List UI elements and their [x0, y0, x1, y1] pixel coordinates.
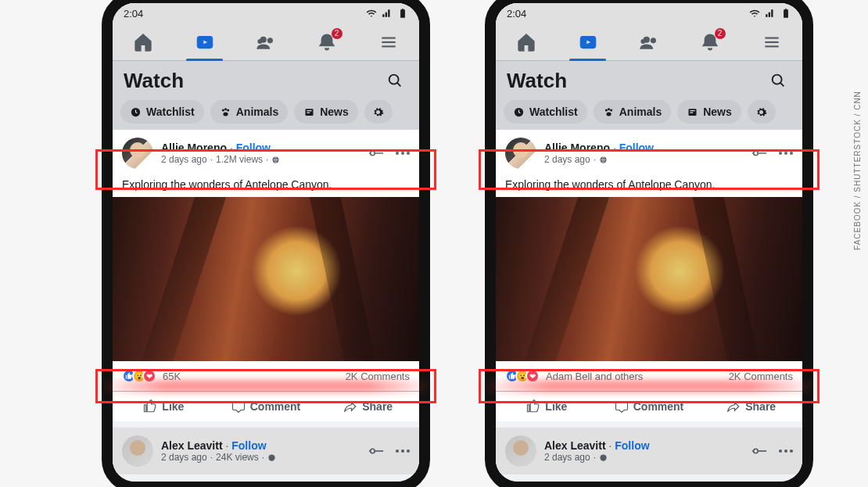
status-bar: 2:04: [496, 3, 802, 23]
tab-watch[interactable]: [557, 23, 618, 60]
chip-animals[interactable]: Animals: [210, 100, 288, 124]
clock-icon: [130, 106, 142, 118]
svg-point-18: [371, 151, 375, 156]
post-caption: Exploring the wonders of Antelope Canyon…: [113, 177, 419, 197]
tab-groups[interactable]: [235, 23, 296, 60]
svg-point-22: [371, 449, 375, 453]
gear-icon: [755, 106, 767, 118]
svg-line-8: [397, 83, 400, 86]
avatar[interactable]: [122, 435, 153, 467]
svg-point-12: [227, 109, 229, 111]
notification-badge: 2: [715, 28, 726, 39]
search-button[interactable]: [765, 67, 791, 94]
image-credit: FACEBOOK / SHUTTERSTOCK / CNN: [853, 0, 862, 250]
nav-tabs: 2: [496, 23, 802, 61]
chip-settings[interactable]: [364, 100, 393, 124]
tab-home[interactable]: [496, 23, 557, 60]
tab-groups[interactable]: [619, 23, 680, 60]
chip-label: Watchlist: [146, 106, 195, 118]
svg-rect-16: [307, 112, 310, 113]
svg-point-2: [268, 38, 272, 42]
post-time: 2 days ago: [161, 452, 207, 463]
battery-icon: [397, 8, 408, 19]
post-caption: Exploring the wonders of Antelope Canyon…: [496, 177, 802, 197]
reaction-bar[interactable]: 😮 ❤ 65K 2K Comments: [113, 361, 419, 391]
chip-animals[interactable]: Animals: [594, 100, 671, 124]
chip-settings[interactable]: [748, 100, 776, 124]
search-button[interactable]: [382, 67, 408, 94]
avatar[interactable]: [505, 138, 536, 169]
chip-watchlist[interactable]: Watchlist: [504, 100, 587, 124]
tab-menu[interactable]: [358, 23, 419, 60]
save-toggle-icon[interactable]: [751, 442, 768, 460]
tab-home[interactable]: [113, 23, 174, 60]
action-label: Comment: [250, 400, 301, 413]
post-card: Allie Moreno · Follow 2 days ago· 1.2M v…: [113, 130, 419, 421]
comment-button[interactable]: Comment: [215, 392, 317, 421]
avatar[interactable]: [505, 435, 536, 467]
signal-icon: [382, 8, 393, 19]
action-bar: Like Comment Share: [113, 391, 419, 421]
reaction-bar[interactable]: 😮 ❤ Adam Bell and others 2K Comments: [496, 361, 802, 391]
status-time: 2:04: [124, 8, 143, 20]
screen: 2:04 2: [113, 3, 419, 482]
tab-menu[interactable]: [741, 23, 802, 60]
more-button[interactable]: [779, 449, 793, 453]
save-toggle-icon[interactable]: [368, 442, 385, 460]
post-time: 2 days ago: [161, 154, 207, 165]
svg-point-11: [224, 108, 227, 110]
svg-point-47: [754, 449, 759, 453]
author-name[interactable]: Allie Moreno: [544, 141, 610, 154]
author-name[interactable]: Alex Leavitt: [161, 439, 223, 452]
save-toggle-icon[interactable]: [751, 145, 768, 162]
avatar[interactable]: [122, 138, 153, 169]
chip-label: News: [320, 106, 349, 118]
follow-link[interactable]: Follow: [236, 141, 271, 154]
tab-watch[interactable]: [174, 23, 235, 60]
post-time: 2 days ago: [544, 154, 590, 165]
reaction-count: 65K: [163, 371, 181, 382]
phone-frame: 2:04 2: [102, 0, 430, 487]
chip-news[interactable]: News: [677, 100, 741, 124]
svg-point-21: [268, 454, 274, 460]
comment-count[interactable]: 2K Comments: [729, 371, 793, 382]
more-button[interactable]: [779, 152, 793, 155]
svg-point-27: [651, 38, 655, 42]
more-button[interactable]: [396, 152, 410, 155]
chip-label: News: [703, 106, 732, 118]
reaction-text: Adam Bell and others: [546, 371, 643, 382]
action-bar: Like Comment Share: [496, 391, 802, 421]
share-button[interactable]: Share: [700, 392, 802, 421]
comment-button[interactable]: Comment: [598, 392, 701, 421]
comment-count[interactable]: 2K Comments: [346, 371, 410, 382]
follow-link[interactable]: Follow: [615, 439, 649, 452]
page-header: Watch: [113, 61, 419, 100]
share-button[interactable]: Share: [317, 392, 419, 421]
signal-icon: [765, 8, 776, 19]
save-toggle-icon[interactable]: [368, 145, 385, 162]
post-media[interactable]: [496, 197, 802, 361]
status-bar: 2:04: [113, 3, 419, 23]
post-header: Alex Leavitt · Follow 2 days ago·: [496, 428, 802, 474]
chip-watchlist[interactable]: Watchlist: [120, 100, 204, 124]
post-card-2: Alex Leavitt · Follow 2 days ago·: [496, 428, 802, 474]
separator: ·: [227, 141, 236, 154]
paw-icon: [220, 106, 231, 118]
post-media[interactable]: [113, 197, 419, 361]
page-header: Watch: [496, 61, 802, 100]
author-name[interactable]: Allie Moreno: [161, 141, 227, 154]
follow-link[interactable]: Follow: [619, 141, 654, 154]
chip-news[interactable]: News: [294, 100, 358, 124]
tab-notifications[interactable]: 2: [680, 23, 741, 60]
like-button[interactable]: Like: [113, 392, 215, 421]
status-time: 2:04: [507, 8, 526, 20]
post-card: Allie Moreno · Follow 2 days ago·: [496, 130, 802, 421]
follow-link[interactable]: Follow: [231, 439, 266, 452]
more-button[interactable]: [396, 449, 410, 453]
wifi-icon: [749, 8, 760, 19]
like-button[interactable]: Like: [496, 392, 598, 421]
notification-badge: 2: [332, 28, 343, 39]
author-name[interactable]: Alex Leavitt: [544, 439, 606, 452]
page-title: Watch: [507, 69, 567, 93]
tab-notifications[interactable]: 2: [296, 23, 357, 60]
